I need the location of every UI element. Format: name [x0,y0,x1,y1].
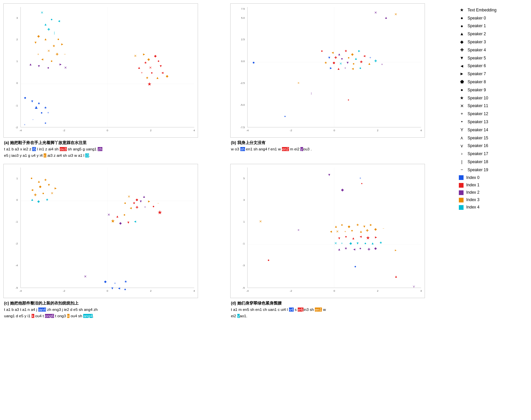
svg-text:-4: -4 [19,289,22,292]
legend-item-index3: Index 3 [459,197,523,203]
plot-cell-c: -4 -2 0 2 4 -5 -4 -2 -1 0 1 ● ▲ ★ [3,164,227,321]
svg-text:-4: -4 [246,289,249,292]
svg-text:-5: -5 [15,286,18,289]
svg-text:+: + [381,62,383,66]
svg-text:◄: ◄ [331,51,334,54]
legend-label: Index 4 [466,204,479,211]
svg-text:1: 1 [16,177,18,180]
svg-text:▲: ▲ [44,37,47,41]
svg-text:-2: -2 [63,129,65,132]
index1-color-box [459,183,464,188]
svg-text:●: ● [361,182,363,185]
svg-text:▲: ▲ [338,52,341,56]
circle-icon-1: ● [459,23,465,30]
circle-icon-0: ● [459,15,465,22]
legend-item-speaker6: ◄ Speaker 6 [459,63,523,70]
legend-label: Speaker 18 [468,159,488,165]
legend-item-speaker2: ▲ Speaker 2 [459,31,523,38]
svg-text:★: ★ [111,218,115,224]
downfork-icon-16: ⋎ [459,143,465,150]
triangle-down-icon-5: ▼ [459,55,465,62]
svg-text:★: ★ [124,280,127,283]
legend-label: Speaker 0 [468,15,486,21]
svg-text:◆: ◆ [351,52,354,56]
legend-label: Index 1 [466,182,479,188]
svg-text:+: + [141,71,143,75]
svg-text:◄: ◄ [31,188,34,192]
svg-text:●: ● [268,258,270,262]
svg-text:+: + [24,123,26,126]
svg-text:▲: ▲ [338,247,341,251]
index4-color-box [459,205,464,210]
svg-text:▲: ▲ [156,76,159,80]
legend-item-speaker14: Y Speaker 14 [459,127,523,134]
svg-text:|: | [54,31,55,35]
svg-text:★: ★ [356,223,359,227]
svg-text:▲: ▲ [371,241,374,245]
pipe-icon-18: | [459,158,465,166]
svg-text:✕: ✕ [134,54,137,58]
svg-text:▲: ▲ [29,62,32,66]
svg-text:-1: -1 [15,104,18,107]
legend-item-speaker3: ◆ Speaker 3 [459,39,523,46]
svg-text:▲: ▲ [37,180,41,183]
legend-item-speaker7: ► Speaker 7 [459,71,523,78]
triangle-icon-2: ▲ [459,31,465,38]
svg-text:+: + [47,111,49,114]
svg-text:−: − [157,202,159,205]
svg-text:▲: ▲ [34,104,39,110]
svg-text:★: ★ [147,81,152,87]
svg-text:3: 3 [16,16,18,19]
legend-item-text-embedding: ★ Text Embedding [459,7,523,14]
legend-label: Speaker 9 [468,87,486,93]
svg-text:+: + [114,281,116,285]
svg-text:●: ● [151,71,153,75]
legend-item-speaker4: ✚ Speaker 4 [459,47,523,54]
svg-text:|: | [311,92,311,95]
svg-text:★: ★ [324,61,327,64]
svg-text:+: + [344,230,346,233]
svg-text:+: + [344,66,346,70]
svg-text:✚: ✚ [334,56,337,59]
svg-text:Y: Y [413,285,415,288]
plot-canvas-d: -4 -2 0 2 4 -5 -3 -1 1 3 5 ▼ + [230,164,425,298]
svg-text:▲: ▲ [394,275,398,278]
svg-text:✕: ✕ [51,191,53,195]
svg-text:★: ★ [44,178,47,182]
svg-text:◆: ◆ [37,199,40,203]
svg-text:●: ● [359,66,361,70]
svg-text:►: ► [147,199,151,203]
index3-color-box [459,198,464,202]
svg-text:●: ● [124,213,126,217]
legend-label: Speaker 19 [468,167,488,173]
legend-label: Speaker 2 [468,31,486,37]
svg-text:✚: ✚ [368,247,370,251]
svg-text:✕: ✕ [149,66,152,69]
svg-text:◆: ◆ [154,54,157,58]
legend-label: Speaker 16 [468,143,488,149]
svg-text:0: 0 [107,289,108,292]
legend-item-speaker11: ✕ Speaker 11 [459,103,523,110]
svg-text:0: 0 [334,289,335,292]
legend-item-speaker17: › Speaker 17 [459,150,523,157]
svg-text:4: 4 [193,129,195,132]
svg-text:-2: -2 [15,242,18,245]
svg-text:0: 0 [16,198,18,201]
svg-text:●: ● [359,246,361,250]
legend-item-speaker8: ⬟ Speaker 8 [459,79,523,86]
svg-text:✕: ✕ [394,12,397,16]
svg-text:▲: ▲ [37,101,41,105]
svg-text:★: ★ [379,241,382,244]
legend-item-speaker13: • Speaker 13 [459,119,523,126]
plus-icon-12: + [459,110,465,118]
plus-icon-4: ✚ [459,47,465,54]
svg-text:▲: ▲ [31,198,34,201]
svg-text:2: 2 [377,289,379,292]
svg-text:◆: ◆ [374,227,377,231]
svg-text:▲: ▲ [337,67,340,71]
svg-text:●: ● [348,56,350,59]
svg-text:1: 1 [243,220,245,223]
svg-text:✕: ✕ [374,11,377,14]
svg-text:►: ► [369,223,373,227]
svg-text:▼: ▼ [139,199,142,203]
